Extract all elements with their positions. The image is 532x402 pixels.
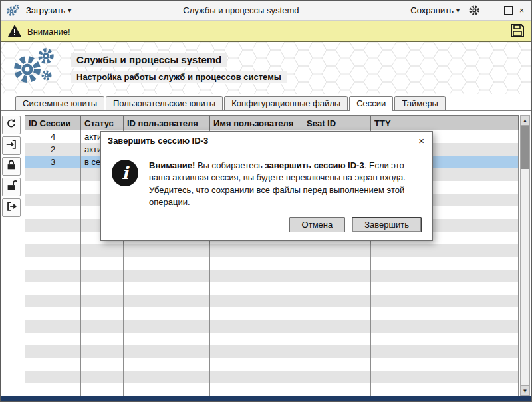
- cell: [303, 244, 371, 257]
- scrollbar-thumb[interactable]: [521, 126, 529, 169]
- cell: [303, 320, 371, 333]
- cell: [371, 307, 519, 320]
- confirm-terminate-button[interactable]: Завершить: [352, 217, 422, 232]
- table-row-empty[interactable]: [25, 358, 519, 371]
- cell: [81, 371, 124, 383]
- cell: [124, 307, 210, 320]
- table-row-empty[interactable]: [25, 270, 519, 282]
- scroll-up-button[interactable]: ▲: [521, 116, 529, 126]
- cell: [81, 257, 124, 270]
- window-title: Службы и процессы systemd: [78, 5, 404, 15]
- cell: [371, 371, 519, 383]
- tab-конфигурационные-файлы[interactable]: Конфигурационные файлы: [224, 96, 348, 110]
- cell: [25, 345, 81, 358]
- cancel-button[interactable]: Отмена: [289, 217, 346, 232]
- table-row-empty[interactable]: [25, 244, 519, 257]
- column-header-статус[interactable]: Статус: [81, 116, 124, 130]
- terminate-session-dialog: Завершить сессию ID-3 × i Внимание! Вы с…: [100, 131, 433, 241]
- tab-таймеры[interactable]: Таймеры: [394, 96, 446, 110]
- cell: [25, 295, 81, 307]
- cell: [371, 257, 519, 270]
- cell: [371, 295, 519, 307]
- tab-системные-юниты[interactable]: Системные юниты: [15, 96, 104, 110]
- lock-session-button[interactable]: [2, 157, 21, 176]
- refresh-icon: [5, 118, 17, 132]
- cell: [25, 219, 81, 232]
- cell: [303, 333, 371, 345]
- cell: [371, 358, 519, 371]
- cell: [303, 307, 371, 320]
- bottom-strip: [1, 396, 531, 401]
- column-header-имя-пользователя[interactable]: Имя пользователя: [210, 116, 303, 130]
- cell: 2: [25, 143, 81, 156]
- dialog-close-icon[interactable]: ×: [417, 136, 426, 146]
- cell: [25, 282, 81, 295]
- table-row-empty[interactable]: [25, 320, 519, 333]
- cell: [81, 295, 124, 307]
- scrollbar-track[interactable]: [521, 126, 529, 385]
- cell: 3: [25, 156, 81, 168]
- table-row-empty[interactable]: [25, 282, 519, 295]
- column-header-id-пользователя[interactable]: ID пользователя: [124, 116, 210, 130]
- table-row-empty[interactable]: [25, 383, 519, 396]
- column-header-tty[interactable]: TTY: [371, 116, 519, 130]
- warning-label: Внимание!: [27, 27, 70, 37]
- cell: [25, 206, 81, 219]
- load-menu-button[interactable]: Загрузить ▾: [23, 4, 74, 17]
- cell: [124, 383, 210, 396]
- cell: [124, 270, 210, 282]
- tab-сессии[interactable]: Сессии: [349, 96, 393, 111]
- attach-session-button[interactable]: [2, 136, 21, 155]
- cell: [81, 333, 124, 345]
- page-title: Службы и процессы systemd: [71, 53, 227, 67]
- table-row-empty[interactable]: [25, 307, 519, 320]
- cell: [124, 282, 210, 295]
- chevron-down-icon: ▾: [68, 7, 71, 14]
- refresh-button[interactable]: [2, 116, 21, 134]
- maximize-button[interactable]: [504, 6, 513, 15]
- save-menu-button[interactable]: Сохранить ▾: [408, 4, 462, 17]
- terminate-session-button[interactable]: [2, 198, 21, 217]
- cell: [25, 232, 81, 244]
- cell: 4: [25, 130, 81, 143]
- cell: [124, 320, 210, 333]
- cell: [303, 257, 371, 270]
- tab-пользовательские-юниты[interactable]: Пользовательские юниты: [106, 96, 223, 110]
- cell: [81, 358, 124, 371]
- session-toolbar: [2, 115, 23, 396]
- cell: [81, 244, 124, 257]
- app-logo-gears-icon: [11, 47, 58, 89]
- scroll-down-button[interactable]: ▼: [521, 385, 529, 395]
- page-subtitle: Настройка работы служб и процессов систе…: [71, 71, 287, 83]
- minimize-button[interactable]: –: [491, 6, 499, 15]
- cell: [210, 358, 303, 371]
- page-header: Службы и процессы systemd Настройка рабо…: [1, 42, 531, 94]
- cell: [25, 307, 81, 320]
- window-controls: – ×: [491, 6, 526, 15]
- table-row-empty[interactable]: [25, 371, 519, 383]
- cell: [371, 282, 519, 295]
- unlock-session-button[interactable]: [2, 178, 21, 196]
- cell: [124, 345, 210, 358]
- column-header-seat-id[interactable]: Seat ID: [303, 116, 371, 130]
- table-row-empty[interactable]: [25, 257, 519, 270]
- cell: [210, 257, 303, 270]
- column-header-id-сессии[interactable]: ID Сессии: [25, 116, 81, 130]
- cell: [25, 244, 81, 257]
- table-row-empty[interactable]: [25, 295, 519, 307]
- cell: [124, 333, 210, 345]
- table-row-empty[interactable]: [25, 345, 519, 358]
- cell: [210, 333, 303, 345]
- floppy-save-icon[interactable]: [510, 23, 525, 40]
- close-button[interactable]: ×: [517, 6, 526, 15]
- cell: [371, 345, 519, 358]
- cell: [25, 270, 81, 282]
- vertical-scrollbar[interactable]: ▲ ▼: [520, 115, 530, 396]
- table-row-empty[interactable]: [25, 333, 519, 345]
- settings-gear-icon[interactable]: [469, 5, 480, 16]
- cell: [81, 270, 124, 282]
- cell: [124, 371, 210, 383]
- cell: [371, 383, 519, 396]
- cell: [303, 383, 371, 396]
- cell: [81, 320, 124, 333]
